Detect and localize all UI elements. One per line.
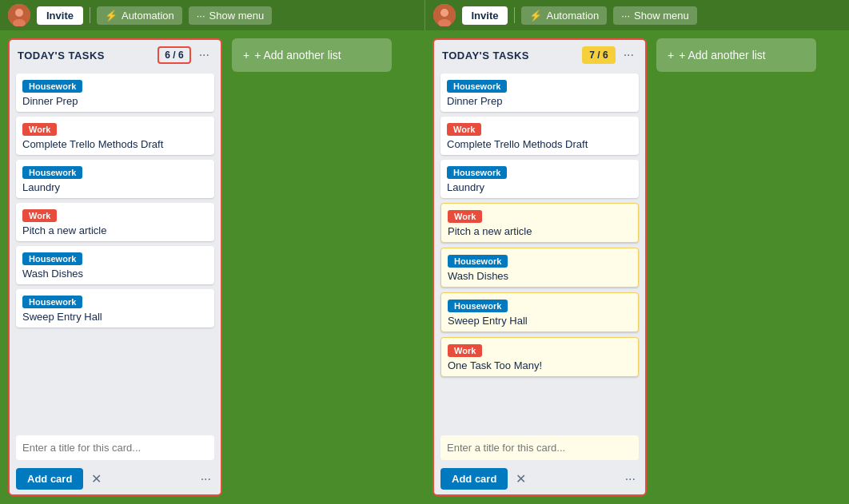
left-avatar [8,4,30,26]
card-label: Housework [447,80,507,93]
card-title: Sweep Entry Hall [448,315,632,327]
card-label: Housework [448,255,508,268]
card-label: Work [22,123,57,136]
table-row: Housework Wash Dishes [440,248,639,288]
right-automation-button[interactable]: ⚡ Automation [521,6,607,25]
left-more-button[interactable]: ··· [197,469,214,490]
card-title: One Task Too Many! [448,359,632,371]
card-title: Complete Trello Methods Draft [447,138,632,150]
left-show-menu-button[interactable]: ··· Show menu [189,6,273,25]
card-title: Sweep Entry Hall [22,311,208,323]
dots-icon-left: ··· [197,10,205,22]
left-list-menu-button[interactable]: ··· [196,46,213,64]
left-list: TODAY'S TASKS 6 / 6 ··· Housework Dinner… [8,38,222,496]
table-row: Housework Dinner Prep [440,73,639,112]
plus-icon-left: + [243,49,249,62]
main-area: TODAY'S TASKS 6 / 6 ··· Housework Dinner… [0,30,849,504]
right-invite-button[interactable]: Invite [462,6,508,25]
svg-point-1 [15,9,23,17]
right-header: Invite ⚡ Automation ··· Show menu [425,0,850,30]
card-title: Laundry [447,181,632,193]
table-row: Housework Wash Dishes [16,246,214,284]
card-label: Housework [22,80,82,93]
left-add-card-button[interactable]: Add card [16,468,83,490]
right-add-list-button[interactable]: + + Add another list [656,38,816,72]
table-row: Work Pitch a new article [440,203,639,243]
right-avatar [433,4,456,26]
left-list-footer: Add card ✕ ··· [10,463,221,494]
table-row: Work Complete Trello Methods Draft [440,117,639,155]
card-label: Work [448,210,482,223]
right-more-button[interactable]: ··· [622,469,639,490]
card-label: Work [448,344,482,357]
left-card-input[interactable] [16,435,214,460]
left-add-list-button[interactable]: + + Add another list [232,38,392,72]
card-label: Work [22,209,57,222]
card-label: Work [447,123,481,136]
card-title: Complete Trello Methods Draft [22,138,208,150]
card-title: Wash Dishes [448,270,632,282]
left-close-button[interactable]: ✕ [88,468,105,490]
card-label: Housework [22,296,82,308]
card-title: Pitch a new article [22,224,208,236]
right-list-menu-button[interactable]: ··· [620,46,637,64]
left-invite-button[interactable]: Invite [37,6,83,25]
card-label: Housework [447,166,507,179]
right-list: TODAY'S TASKS 7 / 6 ··· Housework Dinner… [432,38,647,496]
card-label: Housework [22,166,82,179]
table-row: Work Pitch a new article [16,203,214,241]
dots-icon-right: ··· [621,10,630,22]
table-row: Work Complete Trello Methods Draft [16,117,214,155]
card-title: Wash Dishes [22,268,208,280]
lightning-icon-right: ⚡ [529,10,542,22]
left-automation-button[interactable]: ⚡ Automation [97,6,182,25]
dual-header-bar: Invite ⚡ Automation ··· Show menu Invite… [0,0,849,30]
lightning-icon: ⚡ [105,10,118,22]
right-board-container: TODAY'S TASKS 7 / 6 ··· Housework Dinner… [424,30,849,504]
card-label: Housework [22,252,82,265]
table-row: Housework Sweep Entry Hall [440,292,639,332]
card-title: Dinner Prep [22,95,208,107]
right-card-input[interactable] [440,435,639,460]
left-divider [90,7,90,23]
right-show-menu-button[interactable]: ··· Show menu [613,6,697,25]
left-list-counter: 6 / 6 [157,46,190,64]
left-board-container: TODAY'S TASKS 6 / 6 ··· Housework Dinner… [0,30,424,504]
right-list-header: TODAY'S TASKS 7 / 6 ··· [434,40,645,70]
left-list-cards: Housework Dinner Prep Work Complete Trel… [10,70,221,432]
right-divider [514,7,515,23]
right-list-cards: Housework Dinner Prep Work Complete Trel… [434,70,645,432]
left-list-header: TODAY'S TASKS 6 / 6 ··· [10,40,221,70]
card-title: Dinner Prep [447,95,632,107]
right-list-footer: Add card ✕ ··· [434,463,645,494]
left-list-title: TODAY'S TASKS [18,50,153,62]
table-row: Housework Laundry [16,160,214,198]
card-label: Housework [448,300,508,312]
table-row: Housework Dinner Prep [16,73,214,112]
table-row: Housework Sweep Entry Hall [16,289,214,327]
table-row: Work One Task Too Many! [440,337,639,377]
right-list-counter: 7 / 6 [582,46,615,64]
right-list-title: TODAY'S TASKS [442,50,577,62]
plus-icon-right: + [668,49,674,62]
card-title: Pitch a new article [448,225,632,237]
card-title: Laundry [22,181,208,193]
left-header: Invite ⚡ Automation ··· Show menu [0,0,425,30]
svg-point-4 [440,9,448,17]
table-row: Housework Laundry [440,160,639,198]
right-close-button[interactable]: ✕ [512,468,529,490]
right-add-card-button[interactable]: Add card [440,468,508,490]
